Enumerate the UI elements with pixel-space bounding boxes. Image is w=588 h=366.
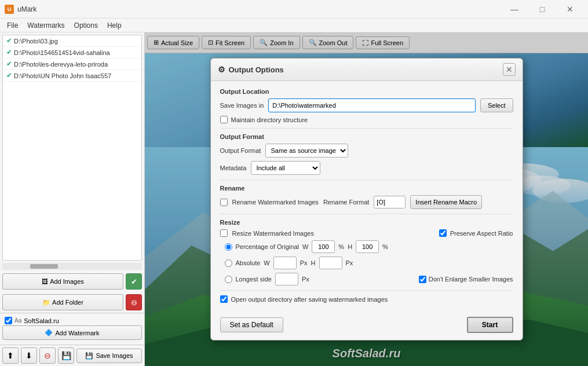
check-icon: ✔ xyxy=(6,49,12,56)
absolute-radio[interactable] xyxy=(225,259,232,267)
save-path-input[interactable] xyxy=(268,98,476,112)
height-abs-input[interactable] xyxy=(319,257,342,269)
rename-checkbox[interactable] xyxy=(220,199,228,206)
watermark-type-icon: Aa xyxy=(14,317,21,324)
check-icon: ✔ xyxy=(6,37,12,45)
resize-checkbox[interactable] xyxy=(220,229,228,237)
modal-footer: Set as Default Start xyxy=(211,312,523,340)
bottom-toolbar: ⬆ ⬇ ⊖ 💾 💾 Save Images xyxy=(0,345,144,366)
insert-rename-macro-button[interactable]: Insert Rename Macro xyxy=(410,195,482,209)
percent-sign-h: % xyxy=(382,243,388,250)
rename-section-title: Rename xyxy=(220,185,513,192)
preserve-aspect-checkbox[interactable] xyxy=(439,229,447,237)
save-images-icon: 💾 xyxy=(85,352,93,360)
save-images-label: Save Images xyxy=(96,352,133,359)
title-bar-left: U uMark xyxy=(5,5,36,14)
modal-body: Output Location Save Images in Select Ma… xyxy=(211,81,523,312)
scrollbar-area[interactable] xyxy=(2,263,142,270)
menu-watermarks[interactable]: Watermarks xyxy=(23,20,69,31)
height-percent-input[interactable] xyxy=(356,240,379,253)
longest-side-radio[interactable] xyxy=(225,276,232,283)
output-format-label: Output Format xyxy=(220,147,261,154)
open-output-checkbox[interactable] xyxy=(220,295,228,303)
add-folder-button[interactable]: 📁 Add Folder xyxy=(2,294,123,310)
list-item[interactable]: ✔ D:\Photo\les-derevya-leto-priroda xyxy=(3,58,141,70)
rename-row: Rename Watermarked Images Rename Format … xyxy=(220,195,513,209)
move-down-button[interactable]: ⬇ xyxy=(21,347,37,364)
add-images-button[interactable]: 🖼 Add Images xyxy=(2,273,123,290)
w-label-2: W xyxy=(264,259,269,266)
menu-help[interactable]: Help xyxy=(103,20,126,31)
modal-overlay: ⚙ Output Options ✕ Output Location Save … xyxy=(145,32,588,366)
maintain-dir-checkbox[interactable] xyxy=(220,116,228,123)
remove-button[interactable]: ⊖ xyxy=(126,294,142,310)
longest-side-input[interactable] xyxy=(275,273,298,286)
confirm-add-button[interactable]: ✔ xyxy=(126,273,142,290)
left-panel: ✔ D:\Photo\03.jpg ✔ D:\Photo\1546514514v… xyxy=(0,32,145,366)
watermark-checkbox[interactable] xyxy=(5,317,12,324)
minimize-button[interactable]: — xyxy=(501,0,528,19)
list-item[interactable]: ✔ D:\Photo\1546514514vid-sahalina xyxy=(3,47,141,58)
save-watermark-button[interactable]: 💾 xyxy=(58,347,74,364)
set-default-button[interactable]: Set as Default xyxy=(220,317,283,332)
delete-button[interactable]: ⊖ xyxy=(39,347,56,364)
menu-bar: File Watermarks Options Help xyxy=(0,19,588,32)
dont-enlarge-checkbox[interactable] xyxy=(419,276,426,283)
maximize-button[interactable]: □ xyxy=(529,0,556,19)
output-format-section-title: Output Format xyxy=(220,133,513,140)
save-images-button[interactable]: 💾 Save Images xyxy=(76,349,142,363)
open-output-row: Open output directory after saving water… xyxy=(220,295,513,303)
rename-format-label: Rename Format xyxy=(323,199,369,206)
menu-file[interactable]: File xyxy=(2,20,23,31)
metadata-label: Metadata xyxy=(220,164,247,171)
title-bar: U uMark — □ ✕ xyxy=(0,0,588,19)
start-button[interactable]: Start xyxy=(467,317,513,333)
px-label-ls: Px xyxy=(302,276,309,283)
add-buttons-row: 🖼 Add Images ✔ xyxy=(0,271,144,292)
divider-4 xyxy=(220,290,513,291)
metadata-select[interactable]: Include all xyxy=(251,161,320,175)
percentage-label: Percentage of Original xyxy=(236,243,299,250)
list-item[interactable]: ✔ D:\Photo\03.jpg xyxy=(3,35,141,47)
width-percent-input[interactable] xyxy=(312,240,335,253)
scrollbar-track xyxy=(30,264,58,269)
close-button[interactable]: ✕ xyxy=(557,0,583,19)
add-watermark-button[interactable]: 🔷 Add Watermark xyxy=(2,325,142,340)
modal-close-button[interactable]: ✕ xyxy=(503,63,516,76)
app-title: uMark xyxy=(17,5,36,13)
folder-icon: 📁 xyxy=(42,299,50,306)
resize-section-title: Resize xyxy=(220,219,513,226)
px-label-h: Px xyxy=(346,259,353,266)
menu-options[interactable]: Options xyxy=(70,20,103,31)
divider-2 xyxy=(220,180,513,180)
modal-title-text: Output Options xyxy=(229,65,284,74)
file-list[interactable]: ✔ D:\Photo\03.jpg ✔ D:\Photo\1546514514v… xyxy=(2,35,142,261)
output-format-row: Output Format Same as source image xyxy=(220,144,513,158)
title-bar-controls: — □ ✕ xyxy=(501,0,583,19)
add-folder-label: Add Folder xyxy=(52,299,83,306)
output-format-select[interactable]: Same as source image xyxy=(265,144,348,158)
add-watermark-icon: 🔷 xyxy=(45,329,53,336)
app-icon: U xyxy=(5,5,14,14)
preserve-aspect-area: Preserve Aspect Ratio xyxy=(439,229,513,237)
file-name: D:\Photo\les-derevya-leto-priroda xyxy=(14,61,108,68)
add-folder-row: 📁 Add Folder ⊖ xyxy=(0,292,144,313)
preserve-aspect-label: Preserve Aspect Ratio xyxy=(450,230,513,237)
rename-format-input[interactable] xyxy=(374,196,406,208)
percentage-row: Percentage of Original W % H % xyxy=(225,240,513,253)
select-path-button[interactable]: Select xyxy=(480,98,513,112)
file-name: D:\Photo\UN Photo John Isaac557 xyxy=(14,72,111,79)
save-images-in-label: Save Images in xyxy=(220,102,264,109)
px-label-w: Px xyxy=(300,259,308,266)
width-abs-input[interactable] xyxy=(273,257,297,269)
metadata-row: Metadata Include all xyxy=(220,161,513,175)
absolute-row: Absolute W Px H Px xyxy=(225,257,513,269)
watermark-section: Aa SoftSalad.ru 🔷 Add Watermark xyxy=(0,313,144,345)
move-up-button[interactable]: ⬆ xyxy=(2,347,19,364)
percent-sign-w: % xyxy=(338,243,344,250)
list-item[interactable]: ✔ D:\Photo\UN Photo John Isaac557 xyxy=(3,70,141,82)
h-label: H xyxy=(348,243,352,250)
watermark-item[interactable]: Aa SoftSalad.ru xyxy=(2,316,142,325)
percentage-radio[interactable] xyxy=(225,243,232,251)
output-location-section-title: Output Location xyxy=(220,88,513,95)
